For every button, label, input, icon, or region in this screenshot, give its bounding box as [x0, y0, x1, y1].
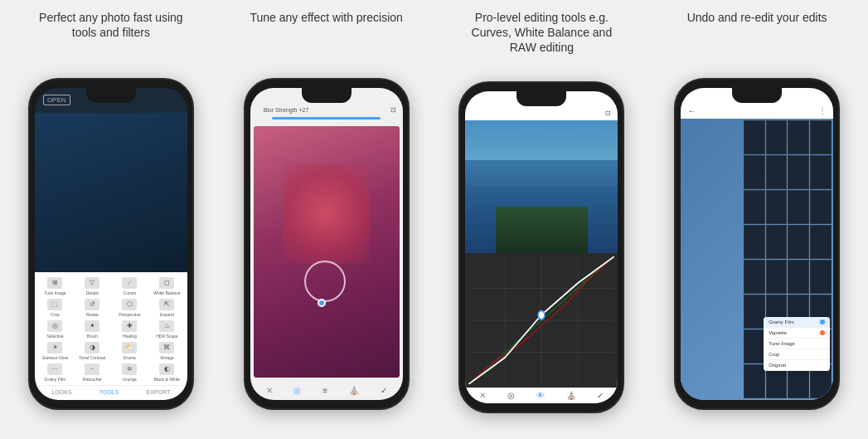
adjust-icon[interactable]: ≡	[322, 386, 327, 395]
phone-screen-1: OPEN ⊞ Tune Image ▽ Det	[35, 88, 187, 400]
more-options-icon[interactable]: ⋮	[818, 106, 827, 115]
circle-tool-icon[interactable]: ◎	[507, 391, 515, 400]
tool-perspective[interactable]: ⬡ Perspective	[113, 299, 147, 317]
tool-healing[interactable]: ✚ Healing	[113, 320, 147, 339]
history-item-vignette[interactable]: Vignette	[764, 328, 830, 339]
tool-label: HDR Scape	[156, 334, 177, 339]
flower-highlight	[283, 163, 371, 264]
tool-white-balance[interactable]: ◻ White Balance	[150, 277, 184, 295]
building-cell	[744, 364, 765, 398]
building-cell	[744, 329, 765, 363]
building-cell	[766, 120, 788, 154]
history-active-dot	[820, 319, 825, 324]
phone-2: Blur Strength +27 ⊡	[244, 78, 410, 410]
caption-2: Tune any effect with precision	[250, 7, 402, 48]
tool-selective[interactable]: ◎ Selective	[38, 320, 72, 339]
tab-export[interactable]: EXPORT	[147, 389, 171, 395]
building-cell	[744, 225, 765, 259]
phone-4: ← ⋮	[674, 78, 840, 410]
phone-1: OPEN ⊞ Tune Image ▽ Det	[28, 78, 194, 410]
history-item-grainy[interactable]: Grainy Film	[764, 317, 830, 328]
tool-tune-image[interactable]: ⊞ Tune Image	[38, 277, 72, 295]
curves-editor	[465, 253, 618, 388]
building-cell	[744, 260, 765, 294]
crop-icon: ⬚	[47, 299, 62, 310]
open-button[interactable]: OPEN	[43, 95, 70, 105]
tool-rotate[interactable]: ↺ Rotate	[75, 299, 109, 317]
selection-circle	[304, 261, 346, 302]
confirm-icon[interactable]: ✓	[381, 386, 387, 395]
tool-label: Glamour Glow	[41, 355, 68, 360]
tool-label: Selective	[46, 334, 63, 339]
tool-curves[interactable]: ⟋ Curves	[113, 277, 147, 295]
building-cell	[788, 120, 809, 154]
phone-wrapper-4: ← ⋮	[674, 55, 840, 432]
details-icon: ▽	[85, 277, 99, 289]
phone-screen-2: Blur Strength +27 ⊡	[250, 88, 403, 400]
phone-3: ⊡	[458, 81, 624, 413]
building-cell	[788, 225, 809, 259]
building-image: Grainy Film Vignette Tune Image	[681, 119, 833, 400]
tool-label: Healing	[123, 334, 137, 339]
selection-dot[interactable]	[318, 299, 326, 307]
tool-tonal[interactable]: ◑ Tonal Contrast	[75, 342, 109, 360]
tune-image-icon: ⊞	[47, 277, 62, 289]
cancel-icon-3[interactable]: ✕	[479, 391, 486, 400]
history-panel: Grainy Film Vignette Tune Image	[764, 317, 830, 371]
tool-hdr[interactable]: ⌂ HDR Scape	[150, 320, 184, 339]
perspective-icon: ⬡	[122, 299, 137, 310]
history-item-original[interactable]: Original	[764, 360, 830, 371]
tab-tools[interactable]: TOOLS	[99, 389, 119, 395]
building-cell	[788, 155, 809, 189]
phone-screen-3: ⊡	[465, 91, 618, 403]
selective-icon: ◎	[47, 320, 62, 332]
confirm-icon-3[interactable]: ✓	[597, 391, 604, 400]
tool-crop[interactable]: ⬚ Crop	[38, 299, 72, 317]
building-cell	[810, 120, 832, 154]
split-view-icon: ⊡	[605, 110, 611, 117]
building-cell	[766, 190, 788, 224]
cancel-icon[interactable]: ✕	[266, 386, 273, 395]
blur-slider[interactable]	[272, 117, 381, 120]
history-label: Crop	[769, 352, 779, 357]
tool-retoucher[interactable]: ~ Retoucher	[75, 363, 109, 382]
blur-slider-container[interactable]	[250, 117, 403, 123]
tool-details[interactable]: ▽ Details	[75, 277, 109, 295]
history-label: Tune Image	[769, 341, 795, 346]
building-cell	[744, 155, 765, 189]
feature-block-3: Pro-level editing tools e.g. Curves, Whi…	[438, 7, 647, 432]
blur-strength-label: Blur Strength +27	[257, 107, 390, 113]
tool-bw[interactable]: ◐ Black & White	[150, 363, 184, 382]
tab-bar: LOOKS TOOLS EXPORT	[38, 385, 184, 398]
eye-tool-icon[interactable]: 👁	[536, 391, 545, 400]
building-cell	[788, 190, 809, 224]
curves-svg	[468, 256, 614, 384]
tool-grainy[interactable]: ⋯ Grainy Film	[38, 363, 72, 382]
bw-icon: ◐	[159, 363, 174, 375]
layer-icon[interactable]: ⛪	[566, 391, 576, 400]
tool-drama[interactable]: ⛅ Drama	[113, 342, 147, 360]
history-item-tune[interactable]: Tune Image	[764, 339, 830, 349]
building-cell	[766, 225, 788, 259]
phone-wrapper-1: OPEN ⊞ Tune Image ▽ Det	[28, 55, 194, 432]
blur-tool-icon[interactable]: ◎	[293, 386, 301, 395]
tool-grunge[interactable]: ≋ Grunge	[113, 363, 147, 382]
tool-glamour[interactable]: ☀ Glamour Glow	[38, 342, 72, 360]
tool-label: Crop	[51, 312, 60, 317]
tool-label: Details	[86, 290, 99, 295]
tab-looks[interactable]: LOOKS	[51, 389, 71, 395]
notch-4	[732, 88, 782, 103]
rotate-icon: ↺	[85, 299, 99, 310]
filter-icon[interactable]: ⛪	[349, 386, 359, 395]
history-item-crop[interactable]: Crop	[764, 349, 830, 360]
back-arrow-icon[interactable]: ←	[687, 106, 696, 115]
caption-4: Undo and re-edit your edits	[687, 7, 827, 48]
building-cell	[766, 260, 788, 294]
expand-icon: ⇱	[159, 299, 174, 310]
tool-label: Grainy Film	[45, 377, 66, 382]
phone1-image	[35, 113, 187, 272]
grunge-icon: ≋	[122, 363, 137, 375]
tool-brush[interactable]: ✦ Brush	[75, 320, 109, 339]
tool-vintage[interactable]: ⌘ Vintage	[150, 342, 184, 360]
tool-expand[interactable]: ⇱ Expand	[150, 299, 184, 317]
